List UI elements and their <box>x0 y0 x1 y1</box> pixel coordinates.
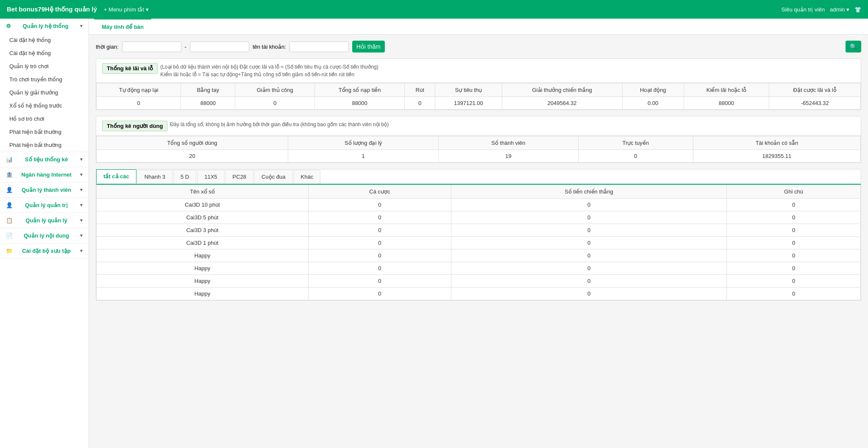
sidebar-item-ho-so-tro-choi[interactable]: Hồ sơ trò chơi <box>0 112 89 125</box>
sidebar-item-cai-dat-1[interactable]: Cài đặt hệ thống <box>0 33 89 47</box>
sidebar-section-quan-tri: 👤 Quản lý quản trị ▾ <box>0 198 89 213</box>
table-row: Happy 0 0 0 <box>97 249 861 262</box>
cell-ca-cuoc: 0 <box>308 211 451 224</box>
search-icon: 🔍 <box>850 43 857 50</box>
col-dat-cuoc: Đặt cược lãi và lỗ <box>769 83 861 97</box>
game-tab-khac[interactable]: Khác <box>294 170 321 183</box>
shirt-icon[interactable]: 👕 <box>854 6 861 13</box>
cell-so-tien: 0 <box>451 249 727 262</box>
menu-arrow-icon: ▾ <box>146 6 149 13</box>
sidebar-header-noi-dung[interactable]: 📄 Quản lý nội dung ▾ <box>0 228 89 243</box>
cell-ghi-chu: 0 <box>727 249 861 262</box>
col-tong-so-nap-tien: Tổng số nạp tiền <box>315 83 405 97</box>
sidebar-section-so-lieu: 📊 Số liệu thống kê ▾ <box>0 152 89 167</box>
sidebar-item-phat-hien-1[interactable]: Phát hiện bất thường <box>0 125 89 138</box>
val-so-thanh-vien: 19 <box>439 150 578 163</box>
tab-may-tinh-de-ban[interactable]: Máy tính để bàn <box>94 19 151 34</box>
bo-suu-tap-icon: 📁 <box>6 248 13 254</box>
col-ghi-chu: Ghi chú <box>727 185 861 199</box>
thong-ke-lai-lo-title: Thống kê lãi và lỗ <box>102 63 158 74</box>
game-tab-pc28[interactable]: PC28 <box>225 170 254 183</box>
game-tab-11x5[interactable]: 11X5 <box>197 170 224 183</box>
sidebar-header-quan-tri[interactable]: 👤 Quản lý quản trị ▾ <box>0 198 89 213</box>
sidebar-item-xo-so-he-thong-truoc[interactable]: Xổ số hệ thống trước <box>0 99 89 112</box>
game-tab-tat-ca-cac[interactable]: tất cả các <box>96 169 136 184</box>
col-ten-xo-so: Tên xổ số <box>97 185 309 199</box>
val-tai-khoan-co-san: 1829355.11 <box>693 150 860 163</box>
col-so-luong-dai-ly: Số lượng đại lý <box>288 136 439 150</box>
cell-ghi-chu: 0 <box>727 224 861 237</box>
cell-ten-xo-so: Happy <box>97 275 309 288</box>
menu-shortcut-btn[interactable]: + Menu phím tắt ▾ <box>104 6 149 13</box>
sidebar: ⚙ Quản lý hệ thống ▾ Cài đặt hệ thống Cà… <box>0 19 89 448</box>
search-button[interactable]: 🔍 <box>846 41 861 53</box>
col-giam-thu-cong: Giảm thủ công <box>235 83 315 97</box>
thong-ke-nguoi-dung-title: Thống kê người dùng <box>102 121 167 131</box>
ngan-hang-label: Ngân hàng Internet <box>21 171 71 178</box>
thoi-gian-end-input[interactable] <box>190 41 249 52</box>
so-lieu-arrow: ▾ <box>80 157 83 162</box>
bo-suu-tap-arrow: ▾ <box>80 248 83 254</box>
sidebar-item-quan-ly-tro-choi[interactable]: Quản lý trò chơi <box>0 60 89 73</box>
admin-dropdown[interactable]: admin ▾ <box>830 6 849 13</box>
col-truc-tuyen: Trực tuyến <box>578 136 693 150</box>
ten-tai-khoan-input[interactable] <box>289 41 349 52</box>
val-giai-thuong: 2049564.32 <box>502 97 622 110</box>
sidebar-section-thanh-vien: 👤 Quản lý thành viên ▾ <box>0 183 89 198</box>
sidebar-item-phat-hien-2[interactable]: Phát hiện bất thường <box>0 138 89 152</box>
sidebar-item-cai-dat-2[interactable]: Cài đặt hệ thống <box>0 47 89 60</box>
table-header-row: Tự động nạp lại Bằng tay Giảm thủ công T… <box>97 83 861 97</box>
thong-ke-desc2: Kiểm lãi hoặc lỗ = Tái sạc tự động+Tăng … <box>160 72 354 77</box>
sidebar-section-header-quan-ly-he-thong[interactable]: ⚙ Quản lý hệ thống ▾ <box>0 19 89 33</box>
cell-ca-cuoc: 0 <box>308 237 451 249</box>
thong-ke-lai-lo-table: Tự động nạp lại Bằng tay Giảm thủ công T… <box>96 83 861 110</box>
thoi-gian-start-input[interactable] <box>122 41 181 52</box>
ngan-hang-arrow: ▾ <box>80 172 83 177</box>
cell-ten-xo-so: Cai3D 10 phút <box>97 199 309 211</box>
cell-ca-cuoc: 0 <box>308 249 451 262</box>
thanh-vien-arrow: ▾ <box>80 187 83 193</box>
table-row: 0 88000 0 88000 0 1397121.00 2049564.32 … <box>97 97 861 110</box>
sidebar-header-bo-suu-tap[interactable]: 📁 Cài đặt bộ sưu tập ▾ <box>0 243 89 258</box>
val-rut: 0 <box>405 97 435 110</box>
bo-suu-tap-label: Cài đặt bộ sưu tập <box>22 248 70 254</box>
sidebar-section-label-quan-ly: Quản lý hệ thống <box>23 23 69 29</box>
cell-ten-xo-so: Happy <box>97 249 309 262</box>
sidebar-item-quan-ly-giai-thuong[interactable]: Quản lý giải thưởng <box>0 86 89 99</box>
hoi-tham-button[interactable]: Hỏi thăm <box>352 41 385 53</box>
super-admin-label: Siêu quản trị viên <box>782 6 825 13</box>
menu-shortcut-label: + Menu phím tắt <box>104 6 144 13</box>
admin-label: admin <box>830 6 845 13</box>
table-row: Cai3D 1 phút 0 0 0 <box>97 237 861 249</box>
cell-ten-xo-so: Cai3D 3 phút <box>97 224 309 237</box>
col-ca-cuoc: Cá cược <box>308 185 451 199</box>
col-tong-so-nguoi-dung: Tổng số người dùng <box>97 136 288 150</box>
topnav-left: Bet bonus79Hệ thống quản lý + Menu phím … <box>7 6 149 13</box>
thong-ke-lai-lo-desc: (Loại bỏ dữ liệu thành viên nội bộ) Đặt … <box>160 63 855 78</box>
sidebar-item-tro-choi-truyen-thong[interactable]: Trò chơi truyền thống <box>0 73 89 86</box>
col-so-tien-chien-thang: Số tiền chiến thắng <box>451 185 727 199</box>
sidebar-header-thanh-vien[interactable]: 👤 Quản lý thành viên ▾ <box>0 183 89 197</box>
cell-so-tien: 0 <box>451 275 727 288</box>
sidebar-header-ngan-hang[interactable]: 🏦 Ngân hàng Internet ▾ <box>0 167 89 182</box>
nguoi-dung-header-row: Tổng số người dùng Số lượng đại lý Số th… <box>97 136 861 150</box>
table-row: Happy 0 0 0 <box>97 262 861 275</box>
sidebar-header-quan-ly2[interactable]: 📋 Quản lý quản lý ▾ <box>0 213 89 228</box>
val-tu-dong-nap-lai: 0 <box>97 97 181 110</box>
game-tab-nhanh-3[interactable]: Nhanh 3 <box>137 170 172 183</box>
col-rut: Rút <box>405 83 435 97</box>
cell-ten-xo-so: Cai3D 5 phút <box>97 211 309 224</box>
main-layout: ⚙ Quản lý hệ thống ▾ Cài đặt hệ thống Cà… <box>0 19 868 448</box>
hoi-tham-label: Hỏi thăm <box>356 43 381 50</box>
game-tab-5d[interactable]: 5 D <box>173 170 196 183</box>
sidebar-header-so-lieu[interactable]: 📊 Số liệu thống kê ▾ <box>0 152 89 167</box>
cell-ca-cuoc: 0 <box>308 224 451 237</box>
val-truc-tuyen: 0 <box>578 150 693 163</box>
game-tab-cuoc-dua[interactable]: Cuộc đua <box>254 170 292 183</box>
page-content: thời gian: - tên tài khoản: Hỏi thăm 🔍 T… <box>89 35 868 312</box>
noi-dung-icon: 📄 <box>6 232 13 239</box>
val-bang-tay: 88000 <box>181 97 235 110</box>
dash-separator: - <box>185 44 186 50</box>
sidebar-section-noi-dung: 📄 Quản lý nội dung ▾ <box>0 228 89 243</box>
so-lieu-label: Số liệu thống kê <box>25 156 68 163</box>
